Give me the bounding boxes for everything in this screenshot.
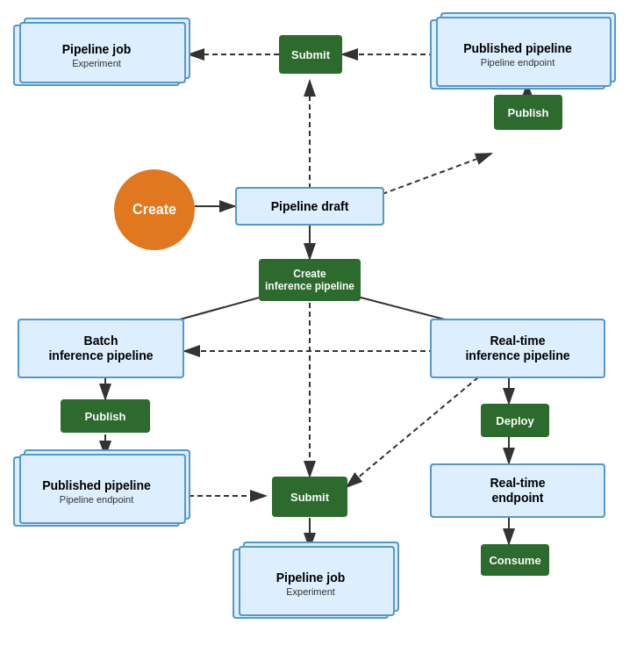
diagram: Pipeline job Experiment Submit Published… — [0, 0, 644, 653]
submit-bottom-button[interactable]: Submit — [272, 477, 347, 517]
batch-inference-box: Batch inference pipeline — [18, 319, 184, 378]
deploy-button[interactable]: Deploy — [481, 404, 549, 437]
create-inference-button[interactable]: Create inference pipeline — [259, 259, 361, 301]
realtime-inference-box: Real-time inference pipeline — [430, 319, 605, 378]
consume-button[interactable]: Consume — [481, 544, 549, 576]
published-pipeline-bottom-box: Published pipeline Pipeline endpoint — [13, 456, 180, 527]
pipeline-draft-label: Pipeline draft — [271, 199, 349, 214]
published-pipeline-top-title: Published pipeline — [463, 41, 572, 56]
create-label: Create — [132, 202, 176, 218]
publish-batch-button[interactable]: Publish — [61, 399, 150, 433]
pipeline-job-bottom-title: Pipeline job — [276, 570, 346, 585]
batch-inference-title: Batch inference pipeline — [48, 334, 153, 363]
submit-top-button[interactable]: Submit — [279, 35, 342, 74]
realtime-inference-title: Real-time inference pipeline — [465, 334, 569, 363]
pipeline-job-top-subtitle: Experiment — [72, 58, 121, 68]
published-pipeline-top-box: Published pipeline Pipeline endpoint — [430, 19, 605, 90]
publish-top-button[interactable]: Publish — [494, 95, 562, 130]
published-pipeline-top-subtitle: Pipeline endpoint — [481, 57, 555, 68]
realtime-endpoint-box: Real-time endpoint — [430, 463, 605, 518]
create-circle: Create — [114, 169, 195, 250]
pipeline-job-top-box: Pipeline job Experiment — [13, 25, 180, 86]
realtime-endpoint-title: Real-time endpoint — [490, 476, 545, 506]
pipeline-job-bottom-subtitle: Experiment — [286, 586, 335, 597]
published-pipeline-bottom-subtitle: Pipeline endpoint — [60, 494, 133, 505]
pipeline-job-bottom-box: Pipeline job Experiment — [233, 549, 389, 619]
pipeline-job-top-title: Pipeline job — [62, 42, 132, 57]
published-pipeline-bottom-title: Published pipeline — [42, 478, 151, 493]
pipeline-draft-box: Pipeline draft — [235, 187, 384, 226]
